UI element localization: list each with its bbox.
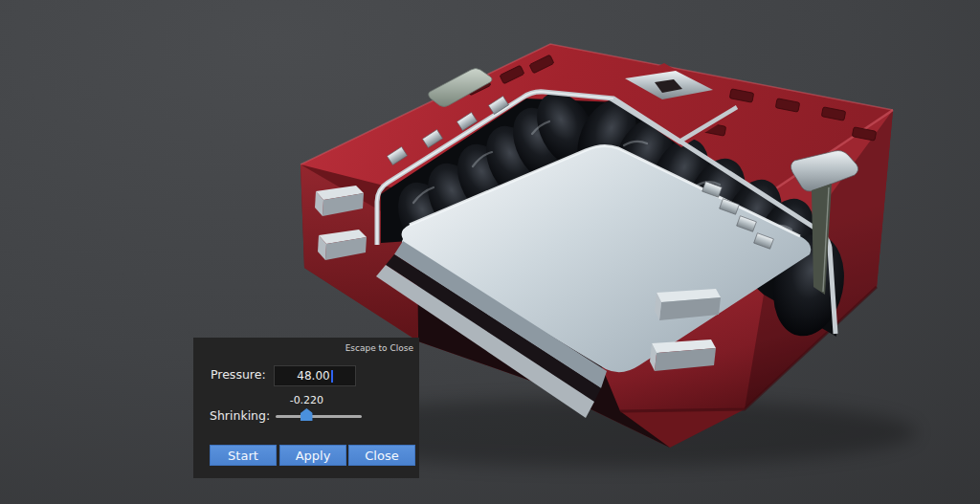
text-caret (331, 370, 333, 383)
shrinking-slider-track[interactable] (276, 415, 362, 418)
3d-viewport[interactable]: Escape to Close Pressure: 48.00 Shrinkin… (0, 0, 980, 504)
escape-hint: Escape to Close (345, 343, 413, 353)
tool-dialog: Escape to Close Pressure: 48.00 Shrinkin… (193, 338, 419, 478)
pressure-value: 48.00 (297, 369, 329, 383)
pressure-label: Pressure: (211, 367, 266, 382)
shrinking-label: Shrinking: (210, 408, 270, 423)
pressure-input[interactable]: 48.00 (274, 365, 356, 386)
shrinking-slider-handle[interactable] (301, 408, 313, 421)
apply-button[interactable]: Apply (279, 445, 346, 466)
shrinking-slider-value: -0.220 (290, 394, 323, 406)
close-button[interactable]: Close (348, 445, 415, 466)
3d-render-canvas[interactable] (0, 0, 980, 504)
start-button[interactable]: Start (210, 445, 277, 466)
shrinking-slider[interactable]: -0.220 (276, 395, 362, 424)
